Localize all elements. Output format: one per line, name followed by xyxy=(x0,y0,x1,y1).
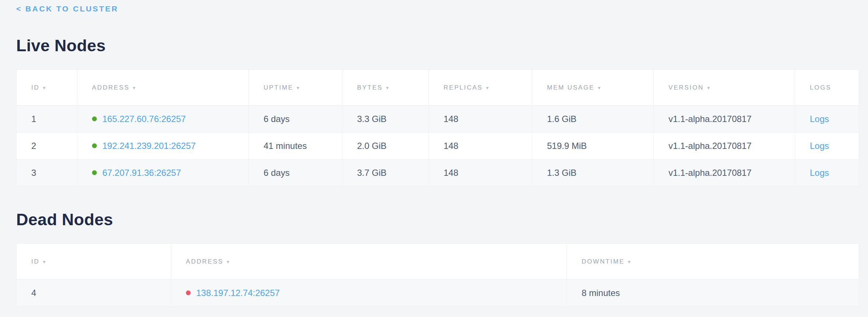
dead-nodes-table: ID▾ ADDRESS▾ DOWNTIME▾ 4 138.197.12.74:2… xyxy=(16,243,859,307)
dead-nodes-title: Dead Nodes xyxy=(16,210,859,229)
column-header-mem-usage[interactable]: MEM USAGE▾ xyxy=(532,70,654,106)
node-address-link[interactable]: 138.197.12.74:26257 xyxy=(196,288,280,298)
cell-logs: Logs xyxy=(795,106,859,133)
cell-version: v1.1-alpha.20170817 xyxy=(654,106,795,133)
column-header-address-label: ADDRESS xyxy=(186,258,223,265)
logs-link[interactable]: Logs xyxy=(810,168,829,178)
cell-replicas: 148 xyxy=(429,106,532,133)
sort-down-icon: ▾ xyxy=(43,85,47,91)
column-header-downtime-label: DOWNTIME xyxy=(582,258,625,265)
column-header-id-label: ID xyxy=(31,84,40,91)
node-address-link[interactable]: 192.241.239.201:26257 xyxy=(102,141,196,151)
table-row: 2 192.241.239.201:26257 41 minutes 2.0 G… xyxy=(17,133,859,160)
cell-bytes: 3.7 GiB xyxy=(342,160,429,187)
cell-logs: Logs xyxy=(795,160,859,187)
cell-node-id: 4 xyxy=(17,280,171,307)
cell-version: v1.1-alpha.20170817 xyxy=(654,160,795,187)
sort-down-icon: ▾ xyxy=(43,259,47,265)
column-header-replicas-label: REPLICAS xyxy=(444,84,483,91)
cell-node-address: 192.241.239.201:26257 xyxy=(77,133,249,160)
column-header-mem-usage-label: MEM USAGE xyxy=(547,84,594,91)
sort-down-icon: ▾ xyxy=(628,259,632,265)
cell-version: v1.1-alpha.20170817 xyxy=(654,133,795,160)
column-header-id[interactable]: ID▾ xyxy=(17,244,171,280)
column-header-downtime[interactable]: DOWNTIME▾ xyxy=(567,244,859,280)
back-to-cluster-link[interactable]: < BACK TO CLUSTER xyxy=(16,4,119,13)
logs-link[interactable]: Logs xyxy=(810,141,829,151)
live-status-dot xyxy=(92,116,97,121)
cell-node-id: 2 xyxy=(17,133,77,160)
column-header-logs-label: LOGS xyxy=(810,84,831,91)
cell-replicas: 148 xyxy=(429,133,532,160)
column-header-address-label: ADDRESS xyxy=(92,84,130,91)
sort-down-icon: ▾ xyxy=(598,85,601,91)
column-header-id[interactable]: ID▾ xyxy=(17,70,77,106)
cell-uptime: 6 days xyxy=(249,106,342,133)
sort-down-icon: ▾ xyxy=(707,85,711,91)
live-status-dot xyxy=(92,143,97,148)
cell-bytes: 3.3 GiB xyxy=(342,106,429,133)
live-nodes-title: Live Nodes xyxy=(16,36,859,55)
cell-mem-usage: 1.6 GiB xyxy=(532,106,654,133)
cell-bytes: 2.0 GiB xyxy=(342,133,429,160)
column-header-version[interactable]: VERSION▾ xyxy=(654,70,795,106)
cell-mem-usage: 519.9 MiB xyxy=(532,133,654,160)
column-header-bytes-label: BYTES xyxy=(357,84,383,91)
cell-node-id: 3 xyxy=(17,160,77,187)
column-header-version-label: VERSION xyxy=(668,84,704,91)
cell-node-address: 138.197.12.74:26257 xyxy=(171,280,567,307)
column-header-uptime-label: UPTIME xyxy=(264,84,293,91)
logs-link[interactable]: Logs xyxy=(810,114,829,124)
cell-uptime: 6 days xyxy=(249,160,342,187)
dead-nodes-header-row: ID▾ ADDRESS▾ DOWNTIME▾ xyxy=(17,244,859,280)
column-header-bytes[interactable]: BYTES▾ xyxy=(342,70,429,106)
sort-down-icon: ▾ xyxy=(133,85,137,91)
cell-downtime: 8 minutes xyxy=(567,280,859,307)
cell-logs: Logs xyxy=(795,133,859,160)
table-row: 4 138.197.12.74:26257 8 minutes xyxy=(17,280,859,307)
column-header-logs: LOGS xyxy=(795,70,859,106)
sort-down-icon: ▾ xyxy=(297,85,300,91)
dead-status-dot xyxy=(186,290,191,295)
sort-down-icon: ▾ xyxy=(227,259,230,265)
nodes-page: < BACK TO CLUSTER Live Nodes ID▾ ADDRESS… xyxy=(0,0,868,307)
column-header-id-label: ID xyxy=(31,258,40,265)
cell-node-address: 67.207.91.36:26257 xyxy=(77,160,249,187)
column-header-address[interactable]: ADDRESS▾ xyxy=(77,70,249,106)
sort-down-icon: ▾ xyxy=(486,85,490,91)
cell-uptime: 41 minutes xyxy=(249,133,342,160)
live-nodes-table: ID▾ ADDRESS▾ UPTIME▾ BYTES▾ REPLICAS▾ ME… xyxy=(16,69,859,187)
live-nodes-header-row: ID▾ ADDRESS▾ UPTIME▾ BYTES▾ REPLICAS▾ ME… xyxy=(17,70,859,106)
table-row: 1 165.227.60.76:26257 6 days 3.3 GiB 148… xyxy=(17,106,859,133)
cell-mem-usage: 1.3 GiB xyxy=(532,160,654,187)
column-header-address[interactable]: ADDRESS▾ xyxy=(171,244,567,280)
node-address-link[interactable]: 67.207.91.36:26257 xyxy=(102,168,181,178)
table-row: 3 67.207.91.36:26257 6 days 3.7 GiB 148 … xyxy=(17,160,859,187)
sort-down-icon: ▾ xyxy=(386,85,390,91)
live-status-dot xyxy=(92,170,97,175)
cell-node-id: 1 xyxy=(17,106,77,133)
column-header-uptime[interactable]: UPTIME▾ xyxy=(249,70,342,106)
cell-replicas: 148 xyxy=(429,160,532,187)
node-address-link[interactable]: 165.227.60.76:26257 xyxy=(102,114,186,124)
cell-node-address: 165.227.60.76:26257 xyxy=(77,106,249,133)
column-header-replicas[interactable]: REPLICAS▾ xyxy=(429,70,532,106)
